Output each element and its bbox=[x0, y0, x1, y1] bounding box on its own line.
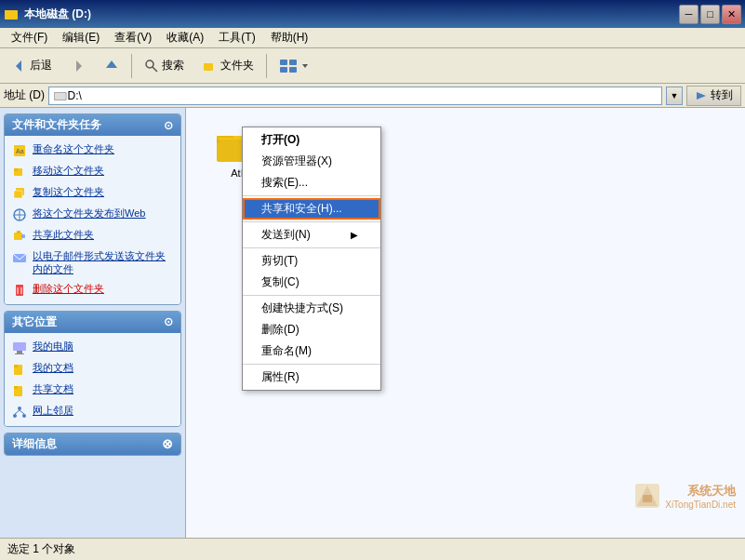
sidebar-item-shareddocs[interactable]: 共享文档 bbox=[10, 380, 175, 401]
sidebar-item-mydocs[interactable]: 我的文档 bbox=[10, 358, 175, 380]
svg-rect-28 bbox=[21, 234, 25, 238]
svg-rect-1 bbox=[5, 10, 10, 13]
mydocs-label: 我的文档 bbox=[33, 361, 73, 374]
svg-line-43 bbox=[15, 410, 20, 414]
up-button[interactable] bbox=[96, 51, 127, 81]
sidebar-item-copy[interactable]: 复制这个文件夹 bbox=[10, 182, 175, 204]
ctx-search[interactable]: 搜索(E)... bbox=[243, 172, 380, 193]
svg-rect-15 bbox=[55, 93, 66, 100]
sidebar-item-rename[interactable]: Aa 重命名这个文件夹 bbox=[10, 140, 175, 161]
menu-file[interactable]: 文件(F) bbox=[4, 28, 55, 47]
address-input[interactable] bbox=[68, 89, 658, 102]
ctx-open[interactable]: 打开(O) bbox=[243, 129, 380, 151]
svg-rect-39 bbox=[14, 386, 18, 389]
ctx-separator-2 bbox=[243, 221, 380, 222]
menu-tools[interactable]: 工具(T) bbox=[211, 28, 262, 47]
ctx-shortcut[interactable]: 创建快捷方式(S) bbox=[243, 298, 380, 319]
sidebar-item-move[interactable]: 移动这个文件夹 bbox=[10, 161, 175, 182]
sidebar-item-network[interactable]: 网上邻居 bbox=[10, 401, 175, 422]
menu-view[interactable]: 查看(V) bbox=[107, 28, 159, 47]
delete-icon bbox=[12, 283, 27, 298]
share-label: 共享此文件夹 bbox=[33, 228, 94, 241]
sidebar-section-file-tasks-body: Aa 重命名这个文件夹 移动这个文件夹 复制这个文件夹 bbox=[5, 136, 180, 304]
svg-line-44 bbox=[20, 410, 24, 414]
menu-help[interactable]: 帮助(H) bbox=[263, 28, 316, 47]
menu-favorites[interactable]: 收藏(A) bbox=[159, 28, 211, 47]
svg-point-41 bbox=[13, 414, 17, 418]
watermark-logo-icon bbox=[633, 482, 661, 510]
up-icon bbox=[104, 59, 119, 73]
shareddocs-icon bbox=[12, 383, 27, 398]
sidebar-section-file-tasks: 文件和文件夹任务 ⊙ Aa 重命名这个文件夹 移动这个文件夹 bbox=[4, 113, 181, 305]
shareddocs-label: 共享文档 bbox=[33, 382, 73, 395]
mydocs-icon bbox=[12, 362, 27, 377]
sidebar-section-details: 详细信息 ⊗ bbox=[4, 433, 181, 456]
ctx-cut[interactable]: 剪切(T) bbox=[243, 250, 380, 272]
back-icon bbox=[12, 59, 27, 73]
svg-text:Aa: Aa bbox=[16, 148, 24, 154]
svg-rect-11 bbox=[280, 67, 287, 73]
svg-rect-34 bbox=[17, 351, 22, 353]
svg-point-40 bbox=[18, 407, 21, 410]
go-button[interactable]: 转到 bbox=[686, 86, 741, 106]
sidebar-section-other-places-body: 我的电脑 我的文档 共享文档 bbox=[5, 333, 180, 426]
svg-rect-9 bbox=[280, 60, 287, 65]
svg-rect-27 bbox=[17, 231, 20, 233]
svg-marker-4 bbox=[106, 60, 117, 68]
folders-button[interactable]: 文件夹 bbox=[194, 51, 262, 81]
network-label: 网上邻居 bbox=[33, 404, 73, 417]
publish-icon bbox=[12, 207, 27, 222]
menu-edit[interactable]: 编辑(E) bbox=[55, 28, 107, 47]
svg-rect-33 bbox=[13, 342, 26, 351]
email-label: 以电子邮件形式发送该文件夹内的文件 bbox=[33, 249, 173, 276]
sidebar-item-email[interactable]: 以电子邮件形式发送该文件夹内的文件 bbox=[10, 247, 175, 279]
maximize-button[interactable]: □ bbox=[700, 5, 720, 24]
svg-rect-30 bbox=[16, 285, 23, 296]
forward-button[interactable] bbox=[62, 51, 94, 81]
ctx-delete[interactable]: 删除(D) bbox=[243, 319, 380, 340]
svg-rect-22 bbox=[14, 191, 22, 198]
svg-rect-35 bbox=[15, 353, 24, 354]
sidebar-item-delete[interactable]: 删除这个文件夹 bbox=[10, 279, 175, 300]
network-icon bbox=[12, 405, 27, 420]
svg-rect-12 bbox=[289, 67, 297, 73]
computer-icon bbox=[12, 340, 27, 355]
ctx-explorer[interactable]: 资源管理器(X) bbox=[243, 151, 380, 172]
svg-point-5 bbox=[146, 60, 153, 68]
publish-label: 将这个文件夹发布到Web bbox=[33, 207, 145, 220]
svg-point-42 bbox=[22, 414, 26, 418]
minimize-button[interactable]: ─ bbox=[679, 5, 698, 24]
back-button[interactable]: 后退 bbox=[4, 51, 60, 81]
toolbar-separator-1 bbox=[131, 54, 132, 78]
sidebar-section-other-places-header[interactable]: 其它位置 ⊙ bbox=[5, 312, 180, 333]
mycomputer-label: 我的电脑 bbox=[33, 340, 73, 353]
sidebar-item-share[interactable]: 共享此文件夹 bbox=[10, 225, 175, 247]
ctx-rename[interactable]: 重命名(M) bbox=[243, 340, 380, 362]
views-button[interactable] bbox=[271, 51, 318, 81]
search-button[interactable]: 搜索 bbox=[136, 51, 193, 81]
close-button[interactable]: ✕ bbox=[722, 5, 741, 24]
svg-rect-10 bbox=[289, 60, 297, 65]
watermark-url: XiTongTianDi.net bbox=[665, 500, 736, 510]
copy-icon bbox=[12, 186, 27, 201]
ctx-share-security[interactable]: 共享和安全(H)... bbox=[243, 198, 380, 220]
ctx-sendto[interactable]: 发送到(N) ▶ bbox=[243, 224, 380, 246]
sidebar-section-details-header[interactable]: 详细信息 ⊗ bbox=[5, 433, 180, 455]
views-dropdown-icon bbox=[300, 61, 310, 71]
move-icon bbox=[12, 165, 27, 180]
ctx-copy[interactable]: 复制(C) bbox=[243, 272, 380, 293]
ctx-properties[interactable]: 属性(R) bbox=[243, 367, 380, 388]
sidebar-item-mycomputer[interactable]: 我的电脑 bbox=[10, 337, 175, 358]
toolbar: 后退 搜索 文件夹 bbox=[0, 48, 745, 84]
file-tasks-label: 文件和文件夹任务 bbox=[12, 117, 101, 133]
window-icon bbox=[4, 7, 19, 21]
sendto-arrow-icon: ▶ bbox=[351, 230, 358, 240]
address-label: 地址 (D) bbox=[4, 87, 45, 103]
details-label: 详细信息 bbox=[12, 436, 57, 452]
sidebar-section-file-tasks-header[interactable]: 文件和文件夹任务 ⊙ bbox=[5, 114, 180, 136]
address-dropdown[interactable]: ▼ bbox=[666, 87, 683, 105]
svg-rect-52 bbox=[643, 495, 652, 502]
status-bar: 选定 1 个对象 bbox=[0, 538, 745, 560]
ctx-separator-4 bbox=[243, 295, 380, 296]
sidebar-item-publish[interactable]: 将这个文件夹发布到Web bbox=[10, 204, 175, 225]
